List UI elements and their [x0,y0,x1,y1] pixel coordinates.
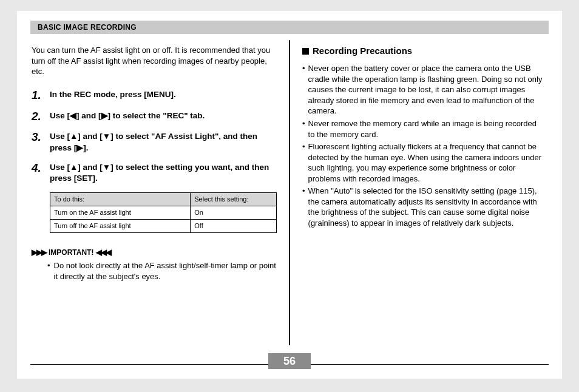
table-header-row: To do this: Select this setting: [50,193,277,206]
page-number-badge: 56 [268,353,311,369]
bullet-dot-icon: • [302,118,305,129]
table-cell-action: Turn on the AF assist light [50,206,191,220]
step-text: Use [◀] and [▶] to select the "REC" tab. [50,110,205,121]
left-column: You can turn the AF assist light on or o… [30,40,289,345]
important-icon-left: ▶▶▶ [32,248,46,256]
step-text: Use [▲] and [▼] to select "AF Assist Lig… [50,131,277,153]
important-icon-right: ◀◀◀ [96,248,110,256]
precaution-bullet: • Fluorescent lighting actually flickers… [302,141,545,184]
precaution-text: When "Auto" is selected for the ISO sens… [308,186,545,228]
step-3: 3. Use [▲] and [▼] to select "AF Assist … [32,131,277,153]
step-number: 2. [32,110,50,123]
subheading-row: Recording Precautions [302,45,545,57]
table-header-action: To do this: [50,193,191,206]
important-bullet: • Do not look directly at the AF assist … [32,260,277,282]
important-text: Do not look directly at the AF assist li… [54,260,277,282]
precaution-bullet: • Never remove the memory card while an … [302,118,545,140]
precaution-text: Never open the battery cover or place th… [308,63,545,117]
table-cell-action: Turn off the AF assist light [50,219,191,232]
settings-table: To do this: Select this setting: Turn on… [50,192,277,233]
step-number: 4. [32,162,50,175]
step-number: 1. [32,89,50,102]
step-text: Use [▲] and [▼] to select the setting yo… [50,162,277,184]
right-column: Recording Precautions • Never open the b… [290,40,549,345]
important-label: IMPORTANT! [49,248,93,257]
intro-paragraph: You can turn the AF assist light on or o… [32,45,277,77]
table-cell-setting: Off [191,219,277,232]
section-header-bar: BASIC IMAGE RECORDING [30,21,549,34]
table-cell-setting: On [191,206,277,220]
page-footer: 56 [30,352,549,370]
precaution-bullet: • Never open the battery cover or place … [302,63,545,117]
precaution-text: Never remove the memory card while an im… [308,118,545,140]
step-4: 4. Use [▲] and [▼] to select the setting… [32,162,277,184]
section-title: BASIC IMAGE RECORDING [38,23,137,32]
table-header-setting: Select this setting: [191,193,277,206]
step-number: 3. [32,131,50,144]
precaution-bullet: • When "Auto" is selected for the ISO se… [302,186,545,228]
step-text: In the REC mode, press [MENU]. [50,89,176,100]
bullet-dot-icon: • [302,141,305,152]
step-1: 1. In the REC mode, press [MENU]. [32,89,277,102]
bullet-dot-icon: • [47,260,50,271]
precaution-text: Fluorescent lighting actually flickers a… [308,141,545,184]
table-row: Turn off the AF assist light Off [50,219,277,232]
bullet-dot-icon: • [302,63,305,74]
step-2: 2. Use [◀] and [▶] to select the "REC" t… [32,110,277,123]
subheading-text: Recording Precautions [313,45,412,57]
bullet-dot-icon: • [302,186,305,197]
table-row: Turn on the AF assist light On [50,206,277,220]
body-columns: You can turn the AF assist light on or o… [30,40,549,345]
square-bullet-icon [302,48,309,55]
page-number: 56 [283,355,296,368]
important-heading: ▶▶▶ IMPORTANT! ◀◀◀ [32,248,277,257]
settings-table-wrap: To do this: Select this setting: Turn on… [32,192,277,233]
manual-page: BASIC IMAGE RECORDING You can turn the A… [17,11,562,379]
